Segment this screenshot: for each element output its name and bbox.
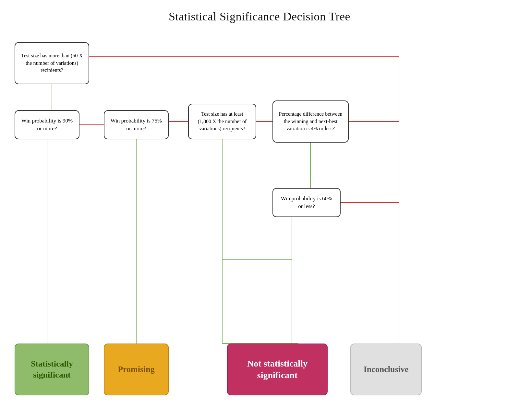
diagram-container: Statistical Significance Decision Tree — [0, 0, 519, 420]
outcome-inconclusive: Inconclusive — [350, 344, 422, 395]
node-test-size-1800: Test size has at least (1,800 X the numb… — [188, 104, 256, 139]
outcome-not-significant: Not statistically significant — [227, 344, 328, 395]
outcome-promising: Promising — [104, 344, 169, 395]
node-win-prob-75: Win probability is 75% or more? — [104, 110, 169, 139]
node-win-prob-90: Win probability is 90% or more? — [15, 110, 79, 139]
node-win-prob-60: Win probability is 60% or less? — [272, 188, 341, 217]
page-title: Statistical Significance Decision Tree — [0, 0, 519, 23]
node-test-size-1: Test size has more than (50 X the number… — [15, 42, 89, 84]
outcome-statistically-significant: Statistically significant — [15, 344, 89, 395]
node-pct-diff: Percentage difference between the winnin… — [272, 100, 349, 143]
